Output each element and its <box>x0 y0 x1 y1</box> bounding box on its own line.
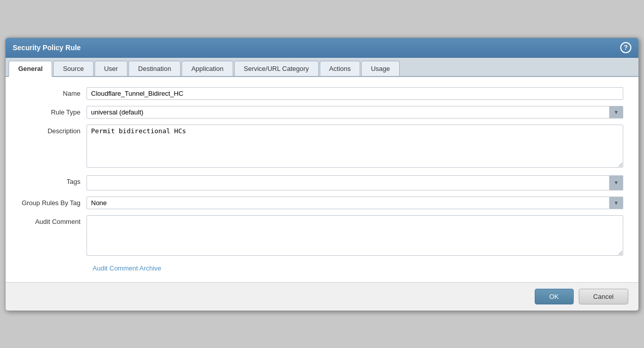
rule-type-label: Rule Type <box>16 106 87 116</box>
group-rules-label: Group Rules By Tag <box>16 197 87 207</box>
title-bar: Security Policy Rule ? <box>6 38 638 58</box>
audit-comment-field-wrapper <box>87 215 623 257</box>
tab-source[interactable]: Source <box>53 61 93 76</box>
help-icon[interactable]: ? <box>620 42 631 53</box>
tab-bar: General Source User Destination Applicat… <box>6 58 638 77</box>
name-label: Name <box>16 87 87 97</box>
name-input[interactable] <box>87 87 623 100</box>
tags-row: Tags <box>16 175 623 190</box>
rule-type-select-wrapper: universal (default) intrazone interzone <box>87 106 623 119</box>
description-row: Description Permit bidirectional HCs <box>16 125 623 169</box>
description-textarea[interactable]: Permit bidirectional HCs <box>87 125 623 168</box>
description-label: Description <box>16 125 87 135</box>
tab-application[interactable]: Application <box>182 61 233 76</box>
rule-type-select[interactable]: universal (default) intrazone interzone <box>87 106 623 119</box>
tab-destination[interactable]: Destination <box>128 61 181 76</box>
ok-button[interactable]: OK <box>535 289 574 304</box>
group-rules-select[interactable]: None <box>87 197 623 209</box>
description-field-wrapper: Permit bidirectional HCs <box>87 125 623 169</box>
group-rules-field-wrapper: None <box>87 197 623 209</box>
tags-dropdown-arrow[interactable] <box>609 175 623 190</box>
tags-field-wrapper <box>87 175 623 190</box>
name-row: Name <box>16 87 623 100</box>
audit-comment-label: Audit Comment <box>16 215 87 225</box>
tags-label: Tags <box>16 175 87 185</box>
tab-service-url[interactable]: Service/URL Category <box>234 61 319 76</box>
audit-comment-archive-link[interactable]: Audit Comment Archive <box>93 264 161 272</box>
group-rules-row: Group Rules By Tag None <box>16 197 623 209</box>
dialog-title: Security Policy Rule <box>13 44 81 52</box>
tags-input[interactable] <box>87 175 623 190</box>
tab-user[interactable]: User <box>95 61 127 76</box>
tags-select-wrapper <box>87 175 623 190</box>
rule-type-field-wrapper: universal (default) intrazone interzone <box>87 106 623 119</box>
rule-type-row: Rule Type universal (default) intrazone … <box>16 106 623 119</box>
cancel-button[interactable]: Cancel <box>579 289 628 304</box>
audit-comment-textarea[interactable] <box>87 215 623 256</box>
form-content: Name Rule Type universal (default) intra… <box>6 77 638 282</box>
name-field-wrapper <box>87 87 623 100</box>
dialog-footer: OK Cancel <box>6 282 638 311</box>
tab-general[interactable]: General <box>9 61 52 77</box>
group-rules-select-wrapper: None <box>87 197 623 209</box>
audit-comment-row: Audit Comment <box>16 215 623 257</box>
tab-usage[interactable]: Usage <box>361 61 400 76</box>
tab-actions[interactable]: Actions <box>320 61 361 76</box>
security-policy-dialog: Security Policy Rule ? General Source Us… <box>5 37 639 311</box>
